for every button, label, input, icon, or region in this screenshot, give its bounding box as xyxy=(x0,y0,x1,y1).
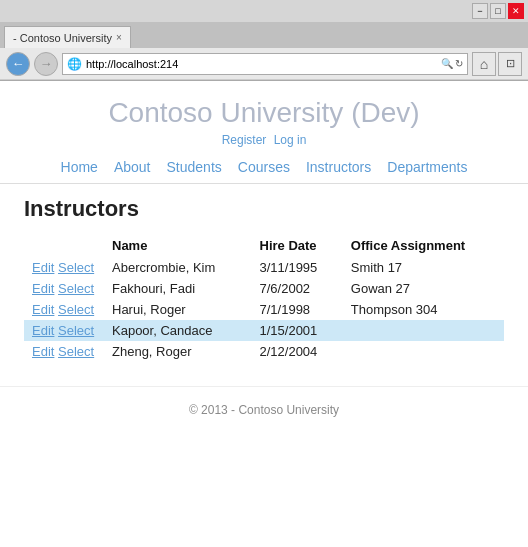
address-icons: 🔍 ↻ xyxy=(441,58,463,69)
row-actions: Edit Select xyxy=(24,299,104,320)
instructor-hire-date: 7/1/1998 xyxy=(252,299,343,320)
row-actions: Edit Select xyxy=(24,278,104,299)
browser-tab[interactable]: - Contoso University × xyxy=(4,26,131,48)
page-content: Contoso University (Dev) Register Log in… xyxy=(0,81,528,547)
address-bar[interactable]: 🌐 🔍 ↻ xyxy=(62,53,468,75)
nav-departments[interactable]: Departments xyxy=(387,159,467,175)
instructors-table: Name Hire Date Office Assignment Edit Se… xyxy=(24,234,504,362)
back-button[interactable]: ← xyxy=(6,52,30,76)
nav-about[interactable]: About xyxy=(114,159,151,175)
instructor-name: Abercrombie, Kim xyxy=(104,257,252,278)
main-content: Instructors Name Hire Date Office Assign… xyxy=(0,196,528,378)
title-bar: − □ ✕ xyxy=(0,0,528,22)
instructor-office: Smith 17 xyxy=(343,257,504,278)
col-hire-date: Hire Date xyxy=(252,234,343,257)
instructor-office: Thompson 304 xyxy=(343,299,504,320)
col-name: Name xyxy=(104,234,252,257)
table-row: Edit SelectHarui, Roger7/1/1998Thompson … xyxy=(24,299,504,320)
nav-courses[interactable]: Courses xyxy=(238,159,290,175)
edit-link[interactable]: Edit xyxy=(32,281,54,296)
tab-bar: - Contoso University × xyxy=(0,22,528,48)
select-link[interactable]: Select xyxy=(58,260,94,275)
table-row: Edit SelectAbercrombie, Kim3/11/1995Smit… xyxy=(24,257,504,278)
nav-bar: ← → 🌐 🔍 ↻ ⌂ ⊡ xyxy=(0,48,528,80)
edit-link[interactable]: Edit xyxy=(32,302,54,317)
home-button[interactable]: ⌂ xyxy=(472,52,496,76)
footer-text: © 2013 - Contoso University xyxy=(189,403,339,417)
select-link[interactable]: Select xyxy=(58,323,94,338)
site-footer: © 2013 - Contoso University xyxy=(0,386,528,433)
forward-button[interactable]: → xyxy=(34,52,58,76)
compat-button[interactable]: ⊡ xyxy=(498,52,522,76)
page-heading: Instructors xyxy=(24,196,504,222)
instructor-office xyxy=(343,341,504,362)
table-row: Edit SelectKapoor, Candace1/15/2001 xyxy=(24,320,504,341)
row-actions: Edit Select xyxy=(24,320,104,341)
edit-link[interactable]: Edit xyxy=(32,260,54,275)
minimize-button[interactable]: − xyxy=(472,3,488,19)
instructor-name: Harui, Roger xyxy=(104,299,252,320)
tab-close-icon[interactable]: × xyxy=(116,32,122,43)
instructor-name: Fakhouri, Fadi xyxy=(104,278,252,299)
register-link[interactable]: Register xyxy=(222,133,267,147)
site-header: Contoso University (Dev) Register Log in xyxy=(0,81,528,151)
row-actions: Edit Select xyxy=(24,257,104,278)
row-actions: Edit Select xyxy=(24,341,104,362)
select-link[interactable]: Select xyxy=(58,344,94,359)
edit-link[interactable]: Edit xyxy=(32,344,54,359)
table-header-row: Name Hire Date Office Assignment xyxy=(24,234,504,257)
site-auth: Register Log in xyxy=(0,133,528,147)
refresh-icon[interactable]: ↻ xyxy=(455,58,463,69)
table-row: Edit SelectZheng, Roger2/12/2004 xyxy=(24,341,504,362)
search-icon[interactable]: 🔍 xyxy=(441,58,453,69)
site-title: Contoso University (Dev) xyxy=(0,97,528,129)
url-input[interactable] xyxy=(86,58,441,70)
edit-link[interactable]: Edit xyxy=(32,323,54,338)
page-icon: 🌐 xyxy=(67,57,82,71)
nav-students[interactable]: Students xyxy=(167,159,222,175)
login-link[interactable]: Log in xyxy=(274,133,307,147)
close-button[interactable]: ✕ xyxy=(508,3,524,19)
maximize-button[interactable]: □ xyxy=(490,3,506,19)
col-office: Office Assignment xyxy=(343,234,504,257)
instructor-office: Gowan 27 xyxy=(343,278,504,299)
nav-home[interactable]: Home xyxy=(61,159,98,175)
instructor-hire-date: 2/12/2004 xyxy=(252,341,343,362)
table-row: Edit SelectFakhouri, Fadi7/6/2002Gowan 2… xyxy=(24,278,504,299)
site-nav: Home About Students Courses Instructors … xyxy=(0,151,528,184)
select-link[interactable]: Select xyxy=(58,302,94,317)
instructor-name: Zheng, Roger xyxy=(104,341,252,362)
tab-title: - Contoso University xyxy=(13,32,112,44)
select-link[interactable]: Select xyxy=(58,281,94,296)
nav-instructors[interactable]: Instructors xyxy=(306,159,371,175)
instructor-hire-date: 1/15/2001 xyxy=(252,320,343,341)
instructor-hire-date: 7/6/2002 xyxy=(252,278,343,299)
instructor-name: Kapoor, Candace xyxy=(104,320,252,341)
instructor-office xyxy=(343,320,504,341)
browser-chrome: − □ ✕ - Contoso University × ← → 🌐 🔍 ↻ ⌂… xyxy=(0,0,528,81)
col-actions xyxy=(24,234,104,257)
instructor-hire-date: 3/11/1995 xyxy=(252,257,343,278)
